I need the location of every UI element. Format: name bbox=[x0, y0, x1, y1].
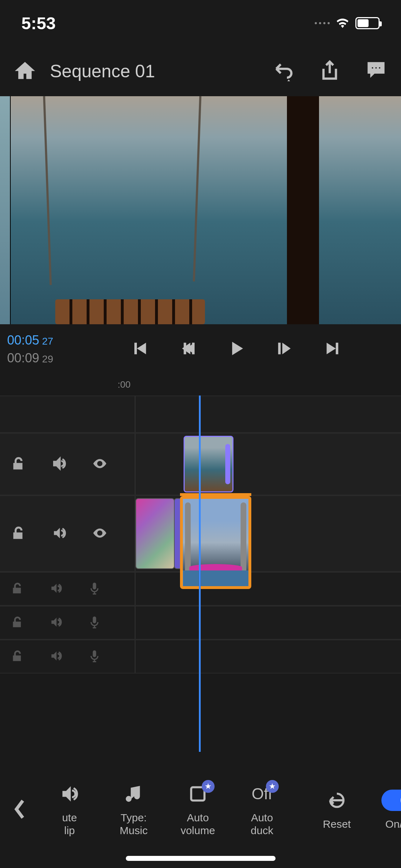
mute-clip-label: ute lip bbox=[62, 811, 77, 837]
step-back-icon[interactable] bbox=[178, 339, 198, 360]
bottom-toolbar: ute lip Type: Music ★ Auto volume ★ Off … bbox=[0, 740, 401, 868]
eye-icon[interactable] bbox=[92, 456, 108, 473]
svg-rect-6 bbox=[93, 616, 96, 623]
track-controls bbox=[0, 496, 135, 571]
star-badge: ★ bbox=[202, 780, 215, 793]
timecode: 00:05 27 00:09 29 bbox=[7, 333, 71, 366]
home-indicator[interactable] bbox=[126, 856, 276, 861]
speaker-icon bbox=[60, 784, 79, 804]
lock-icon[interactable] bbox=[11, 615, 24, 630]
playhead[interactable] bbox=[199, 396, 201, 752]
auto-volume-label: Auto volume bbox=[181, 811, 215, 837]
ruler-mark: :00 bbox=[118, 379, 130, 390]
sequence-title[interactable]: Sequence 01 bbox=[50, 61, 258, 82]
onoff-toggle-button[interactable]: On/Off bbox=[374, 788, 401, 831]
battery-icon bbox=[355, 17, 380, 29]
current-frames: 27 bbox=[42, 336, 53, 347]
mic-icon[interactable] bbox=[88, 649, 101, 664]
svg-rect-3 bbox=[192, 343, 194, 355]
audio-waveform bbox=[183, 570, 248, 586]
onoff-label: On/Off bbox=[385, 818, 401, 831]
type-music-button[interactable]: Type: Music bbox=[107, 781, 160, 837]
reset-button[interactable]: Reset bbox=[310, 788, 364, 831]
speaker-icon[interactable] bbox=[51, 456, 67, 473]
mute-clip-button[interactable]: ute lip bbox=[43, 781, 96, 837]
svg-rect-4 bbox=[278, 343, 281, 355]
comment-icon[interactable] bbox=[365, 60, 387, 83]
wifi-icon bbox=[336, 18, 349, 28]
play-icon[interactable] bbox=[226, 339, 246, 360]
auto-duck-button[interactable]: ★ Off Auto duck bbox=[235, 781, 289, 837]
total-frames: 29 bbox=[42, 353, 53, 365]
lock-icon[interactable] bbox=[11, 649, 24, 664]
undo-icon[interactable] bbox=[273, 60, 294, 83]
current-time: 00:05 bbox=[7, 333, 39, 348]
playback-controls: 00:05 27 00:09 29 bbox=[0, 324, 401, 374]
selected-clip[interactable] bbox=[180, 496, 251, 589]
video-clip-1[interactable] bbox=[184, 436, 233, 492]
mic-icon[interactable] bbox=[88, 615, 101, 630]
svg-rect-7 bbox=[93, 650, 96, 657]
auto-volume-button[interactable]: ★ Auto volume bbox=[171, 781, 225, 837]
lock-icon[interactable] bbox=[11, 582, 24, 596]
type-label: Type: Music bbox=[120, 811, 148, 837]
export-icon[interactable] bbox=[319, 60, 340, 83]
app-header: Sequence 01 bbox=[0, 46, 401, 96]
eye-icon[interactable] bbox=[92, 525, 108, 542]
skip-start-icon[interactable] bbox=[129, 339, 149, 360]
track-controls bbox=[0, 434, 135, 495]
auto-duck-label: Auto duck bbox=[251, 811, 273, 837]
total-time: 00:09 bbox=[7, 351, 39, 366]
home-icon[interactable] bbox=[14, 60, 36, 83]
timeline[interactable] bbox=[0, 396, 401, 752]
svg-point-1 bbox=[375, 67, 377, 69]
reset-label: Reset bbox=[323, 818, 351, 831]
step-forward-icon[interactable] bbox=[275, 339, 295, 360]
speaker-icon[interactable] bbox=[49, 582, 63, 596]
video-preview[interactable] bbox=[0, 96, 401, 324]
toolbar-back-button[interactable] bbox=[7, 799, 32, 820]
speaker-icon[interactable] bbox=[51, 525, 67, 542]
star-badge: ★ bbox=[266, 780, 279, 793]
music-note-icon bbox=[124, 784, 144, 804]
mic-icon[interactable] bbox=[88, 582, 101, 596]
speaker-icon[interactable] bbox=[49, 649, 63, 664]
svg-rect-5 bbox=[93, 583, 96, 589]
lock-icon[interactable] bbox=[11, 456, 26, 473]
video-clip-2a[interactable] bbox=[135, 498, 175, 569]
reset-icon bbox=[327, 790, 347, 810]
svg-point-0 bbox=[371, 67, 374, 69]
timeline-ruler[interactable]: :00 bbox=[0, 374, 401, 396]
status-bar: 5:53 bbox=[0, 0, 401, 46]
status-time: 5:53 bbox=[21, 14, 56, 33]
svg-point-2 bbox=[379, 67, 381, 69]
skip-end-icon[interactable] bbox=[323, 339, 343, 360]
toggle-switch[interactable] bbox=[381, 790, 401, 811]
status-icons bbox=[315, 17, 380, 29]
lock-icon[interactable] bbox=[11, 525, 26, 542]
speaker-icon[interactable] bbox=[49, 615, 63, 630]
